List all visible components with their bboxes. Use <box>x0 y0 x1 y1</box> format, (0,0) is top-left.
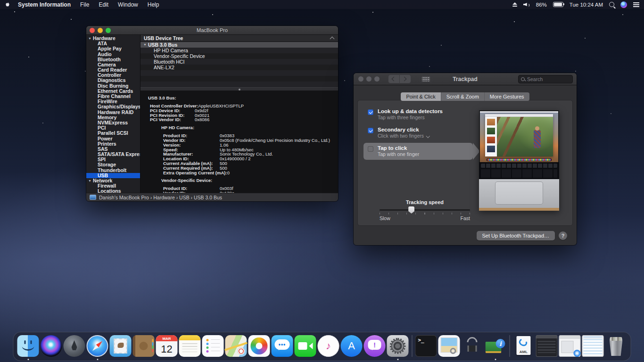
zoom-button[interactable] <box>106 28 111 33</box>
dock-hardware-tool[interactable] <box>462 335 483 357</box>
checkbox[interactable] <box>368 109 373 115</box>
dock-contacts[interactable] <box>133 335 155 357</box>
minimize-button[interactable] <box>98 28 103 33</box>
slider-max-label: Fast <box>461 215 470 221</box>
search-field <box>518 75 573 83</box>
dock-launchpad[interactable] <box>64 335 85 357</box>
chevron-right-icon <box>402 76 407 81</box>
dock-minimized-finder-window[interactable] <box>536 335 558 357</box>
app-icon <box>412 335 412 357</box>
disclosure-triangle-icon[interactable]: ▼ <box>88 178 91 183</box>
active-app-menu[interactable]: System Information <box>18 1 71 8</box>
menu-edit[interactable]: Edit <box>99 1 108 8</box>
dock-safari[interactable] <box>87 335 108 357</box>
app-icon <box>133 335 155 357</box>
back-button[interactable] <box>388 74 400 83</box>
tree-row-hp-hd-camera[interactable]: HP HD Camera <box>140 48 338 53</box>
close-button[interactable] <box>358 76 363 82</box>
eject-icon[interactable] <box>512 2 517 6</box>
sidebar-item-nvmexpress[interactable]: NVMExpress <box>86 120 140 125</box>
app-icon <box>87 335 108 357</box>
option-tap-to-click[interactable]: Tap to click Tap with one finger <box>363 143 473 160</box>
siri-icon[interactable] <box>620 1 627 8</box>
set-up-bluetooth-trackpad-button[interactable]: Set Up Bluetooth Trackpad… <box>477 231 555 240</box>
dock-itunes[interactable]: ♪ <box>318 335 339 357</box>
dock-siri[interactable] <box>41 335 62 357</box>
sidebar-item-diagnostics[interactable]: Diagnostics <box>86 78 140 83</box>
option-look-up-data-detectors[interactable]: Look up & data detectors Tap with three … <box>363 106 473 123</box>
dock-minimized-safari-window[interactable] <box>559 335 581 357</box>
menu-bar-clock[interactable]: Tue 10:24 AM <box>570 2 603 8</box>
checkbox[interactable] <box>368 128 373 133</box>
dock-divider-apps[interactable] <box>410 335 414 357</box>
zoom-button[interactable] <box>374 76 380 82</box>
dock-system-preferences[interactable] <box>387 335 409 357</box>
dock-mail[interactable] <box>110 335 132 357</box>
sidebar-item-sata-express[interactable]: SATA/SATA Express <box>86 152 140 157</box>
tree-row-vendor-specific-device[interactable]: Vendor-Specific Device <box>140 53 338 59</box>
volume-icon[interactable] <box>523 2 530 7</box>
minimize-button[interactable] <box>366 76 372 82</box>
dock-notes[interactable] <box>179 335 201 357</box>
sidebar-item-thunderbolt[interactable]: Thunderbolt <box>86 168 140 173</box>
dock-facetime[interactable] <box>295 335 316 357</box>
menu-help[interactable]: Help <box>148 1 159 8</box>
dock-terminal[interactable]: >_ <box>415 335 437 357</box>
spotlight-icon[interactable] <box>609 2 614 7</box>
sidebar-item-apple-pay[interactable]: Apple Pay <box>86 46 140 51</box>
checkbox[interactable] <box>368 146 373 152</box>
tab-scroll-and-zoom[interactable]: Scroll & Zoom <box>441 92 485 101</box>
help-button[interactable]: ? <box>559 231 567 240</box>
demo-photo-person <box>534 130 541 148</box>
dock-maps[interactable] <box>225 335 247 357</box>
dock-system-information[interactable]: i <box>485 335 506 357</box>
system-information-titlebar[interactable]: MacBook Pro <box>86 26 338 35</box>
sidebar-item-storage[interactable]: Storage <box>86 163 140 168</box>
slider-track[interactable] <box>380 209 470 211</box>
dock-feedback-assistant[interactable]: ! <box>364 335 386 357</box>
disclosure-triangle-icon[interactable]: ▼ <box>88 36 91 41</box>
collapse-chevron-icon[interactable] <box>330 37 335 41</box>
sidebar-item-parallel-scsi[interactable]: Parallel SCSI <box>86 131 140 136</box>
show-all-preferences-button[interactable] <box>420 75 432 83</box>
dock-reminders[interactable] <box>202 335 224 357</box>
system-information-window: MacBook Pro ▼ Hardware ATA Apple Pay Aud… <box>86 26 338 201</box>
sysinfo-status-bar: Danish's MacBook Pro › Hardware › USB › … <box>86 193 338 201</box>
sidebar-item-graphics-displays[interactable]: Graphics/Displays <box>86 104 140 109</box>
dock-photos[interactable] <box>248 335 270 357</box>
demo-trackpad <box>495 181 543 205</box>
menu-window[interactable]: Window <box>118 1 138 8</box>
sidebar-group-hardware[interactable]: ▼ Hardware <box>86 36 140 41</box>
dock-preview[interactable] <box>438 335 460 357</box>
app-icon <box>41 335 62 357</box>
notification-center-icon[interactable] <box>633 2 639 3</box>
disclosure-triangle-icon[interactable]: ▼ <box>143 42 147 48</box>
dock-calendar[interactable]: MAR 12 <box>156 335 178 357</box>
dock-app-store[interactable]: A <box>341 335 363 357</box>
tree-row-usb-30-bus[interactable]: ▼ USB 3.0 Bus <box>140 42 338 48</box>
sidebar-item-printers[interactable]: Printers <box>86 141 140 147</box>
apple-menu[interactable] <box>5 1 10 8</box>
tab-more-gestures[interactable]: More Gestures <box>485 92 529 101</box>
app-icon: i <box>485 335 506 357</box>
option-secondary-click[interactable]: Secondary click Click with two fingers <box>363 124 473 141</box>
tree-row-bluetooth-hci[interactable]: Bluetooth HCI <box>140 59 338 65</box>
app-icon <box>248 335 270 357</box>
app-icon <box>17 335 39 357</box>
battery-icon[interactable] <box>553 2 563 7</box>
dock-trash[interactable] <box>605 335 627 357</box>
dock-minimized-sysinfo-window[interactable] <box>582 335 604 357</box>
tree-header[interactable]: USB Device Tree <box>140 35 338 42</box>
search-input[interactable] <box>519 75 572 83</box>
dock-finder[interactable] <box>17 335 39 357</box>
dock-divider-files[interactable] <box>508 335 512 357</box>
forward-button[interactable] <box>400 74 411 83</box>
dock-messages[interactable]: ••• <box>272 335 293 357</box>
menu-file[interactable]: File <box>80 1 89 8</box>
tab-point-and-click[interactable]: Point & Click <box>401 92 441 101</box>
tree-row-ane-lx2[interactable]: ANE-LX2 <box>140 65 338 70</box>
close-button[interactable] <box>90 28 95 33</box>
app-icon <box>438 335 460 357</box>
dock-aml-file[interactable]: AML <box>513 335 535 357</box>
trackpad-titlebar[interactable]: Trackpad <box>354 73 577 85</box>
